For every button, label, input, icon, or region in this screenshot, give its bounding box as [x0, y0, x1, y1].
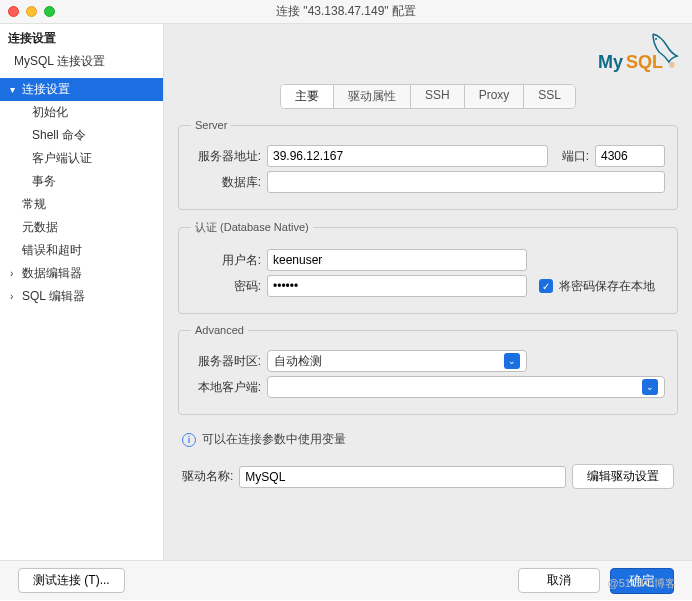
sidebar-item[interactable]: 元数据	[0, 216, 163, 239]
sidebar-item-label: 客户端认证	[32, 150, 92, 167]
sidebar-tree: ▾连接设置初始化Shell 命令客户端认证事务常规元数据错误和超时›数据编辑器›…	[0, 78, 163, 560]
sidebar-item[interactable]: ▾连接设置	[0, 78, 163, 101]
ok-button[interactable]: 确定	[610, 568, 674, 594]
sidebar-item-label: Shell 命令	[32, 127, 86, 144]
maximize-icon[interactable]	[44, 6, 55, 17]
chevron-updown-icon: ⌄	[642, 379, 658, 395]
server-legend: Server	[191, 119, 231, 131]
username-label: 用户名:	[191, 252, 261, 269]
tab-proxy[interactable]: Proxy	[465, 85, 525, 108]
sidebar-item-label: 事务	[32, 173, 56, 190]
tab-bar: 主要驱动属性SSHProxySSL	[164, 74, 692, 119]
info-row: i 可以在连接参数中使用变量	[178, 425, 678, 454]
test-connection-button[interactable]: 测试连接 (T)...	[18, 568, 125, 593]
edit-driver-button[interactable]: 编辑驱动设置	[572, 464, 674, 489]
sidebar: 连接设置 MySQL 连接设置 ▾连接设置初始化Shell 命令客户端认证事务常…	[0, 24, 164, 560]
sidebar-item[interactable]: ›SQL 编辑器	[0, 285, 163, 308]
local-client-label: 本地客户端:	[191, 379, 261, 396]
window-title: 连接 "43.138.47.149" 配置	[0, 3, 692, 20]
advanced-group: Advanced 服务器时区: 自动检测 ⌄ 本地客户端: ⌄	[178, 324, 678, 415]
tree-arrow-icon: ▾	[10, 84, 20, 95]
svg-point-0	[655, 38, 657, 40]
advanced-legend: Advanced	[191, 324, 248, 336]
timezone-label: 服务器时区:	[191, 353, 261, 370]
server-group: Server 服务器地址: 端口: 数据库:	[178, 119, 678, 210]
auth-legend: 认证 (Database Native)	[191, 220, 313, 235]
svg-text:®: ®	[669, 61, 675, 70]
tab-ssl[interactable]: SSL	[524, 85, 575, 108]
traffic-lights	[8, 6, 55, 17]
main-panel: My SQL ® 主要驱动属性SSHProxySSL Server 服务器地址:…	[164, 24, 692, 560]
timezone-value: 自动检测	[274, 353, 322, 370]
sidebar-item[interactable]: 初始化	[0, 101, 163, 124]
sidebar-item-label: 常规	[22, 196, 46, 213]
svg-text:SQL: SQL	[626, 52, 663, 72]
save-password-checkbox[interactable]: ✓	[539, 279, 553, 293]
sidebar-item-label: 错误和超时	[22, 242, 82, 259]
close-icon[interactable]	[8, 6, 19, 17]
sidebar-item-label: 元数据	[22, 219, 58, 236]
title-bar: 连接 "43.138.47.149" 配置	[0, 0, 692, 24]
info-icon: i	[182, 433, 196, 447]
port-label: 端口:	[562, 148, 589, 165]
database-label: 数据库:	[191, 174, 261, 191]
local-client-select[interactable]: ⌄	[267, 376, 665, 398]
password-input[interactable]	[267, 275, 527, 297]
host-input[interactable]	[267, 145, 548, 167]
sidebar-item-label: 连接设置	[22, 81, 70, 98]
sidebar-subheader: MySQL 连接设置	[0, 49, 163, 78]
sidebar-item[interactable]: 错误和超时	[0, 239, 163, 262]
chevron-updown-icon: ⌄	[504, 353, 520, 369]
info-text: 可以在连接参数中使用变量	[202, 431, 346, 448]
timezone-select[interactable]: 自动检测 ⌄	[267, 350, 527, 372]
driver-label: 驱动名称:	[182, 468, 233, 485]
sidebar-header: 连接设置	[0, 24, 163, 49]
sidebar-item[interactable]: ›数据编辑器	[0, 262, 163, 285]
database-input[interactable]	[267, 171, 665, 193]
tab-主要[interactable]: 主要	[281, 85, 334, 108]
driver-name-input[interactable]	[239, 466, 566, 488]
tree-arrow-icon: ›	[10, 268, 20, 279]
sidebar-item[interactable]: Shell 命令	[0, 124, 163, 147]
sidebar-item[interactable]: 事务	[0, 170, 163, 193]
port-input[interactable]	[595, 145, 665, 167]
password-label: 密码:	[191, 278, 261, 295]
footer: 测试连接 (T)... 取消 确定 @51CTO博客	[0, 560, 692, 600]
sidebar-item-label: 初始化	[32, 104, 68, 121]
minimize-icon[interactable]	[26, 6, 37, 17]
save-password-label: 将密码保存在本地	[559, 278, 655, 295]
cancel-button[interactable]: 取消	[518, 568, 600, 593]
sidebar-item[interactable]: 客户端认证	[0, 147, 163, 170]
host-label: 服务器地址:	[191, 148, 261, 165]
tab-ssh[interactable]: SSH	[411, 85, 465, 108]
tree-arrow-icon: ›	[10, 291, 20, 302]
mysql-logo: My SQL ®	[598, 32, 680, 74]
sidebar-item[interactable]: 常规	[0, 193, 163, 216]
sidebar-item-label: 数据编辑器	[22, 265, 82, 282]
username-input[interactable]	[267, 249, 527, 271]
sidebar-item-label: SQL 编辑器	[22, 288, 85, 305]
auth-group: 认证 (Database Native) 用户名: 密码: ✓ 将密码保存在本地	[178, 220, 678, 314]
tab-驱动属性[interactable]: 驱动属性	[334, 85, 411, 108]
svg-text:My: My	[598, 52, 623, 72]
